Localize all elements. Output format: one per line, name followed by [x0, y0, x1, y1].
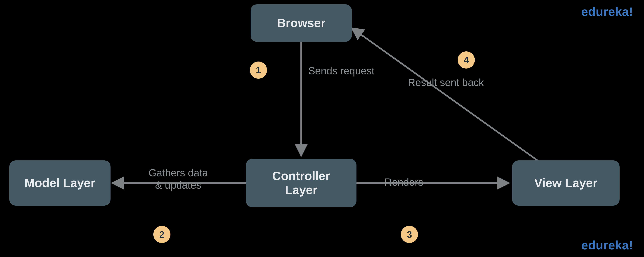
- step-2-number: 2: [159, 229, 164, 240]
- node-view-label: View Layer: [534, 176, 598, 190]
- step-1-number: 1: [256, 65, 261, 76]
- node-model-label: Model Layer: [24, 176, 95, 190]
- node-controller-label: Controller Layer: [272, 169, 330, 197]
- step-4-label: Result sent back: [408, 76, 484, 89]
- step-2-badge: 2: [153, 226, 170, 243]
- diagram-stage: Browser Controller Layer Model Layer Vie…: [0, 0, 644, 257]
- node-controller: Controller Layer: [246, 159, 356, 207]
- step-3-label: Renders: [384, 176, 423, 188]
- node-model: Model Layer: [9, 160, 110, 206]
- step-1-label: Sends request: [308, 65, 374, 77]
- brand-watermark-top: edureka!: [581, 5, 633, 19]
- node-browser-label: Browser: [277, 16, 326, 30]
- step-4-number: 4: [464, 55, 469, 65]
- step-1-badge: 1: [250, 62, 267, 79]
- step-3-badge: 3: [401, 226, 418, 243]
- step-2-label: Gathers data & updates: [138, 167, 219, 191]
- arrow-view-to-browser: [352, 28, 538, 161]
- brand-watermark-bottom: edureka!: [581, 238, 633, 252]
- node-browser: Browser: [251, 4, 352, 42]
- node-view: View Layer: [512, 160, 620, 206]
- step-4-badge: 4: [458, 51, 475, 69]
- step-3-number: 3: [407, 229, 412, 240]
